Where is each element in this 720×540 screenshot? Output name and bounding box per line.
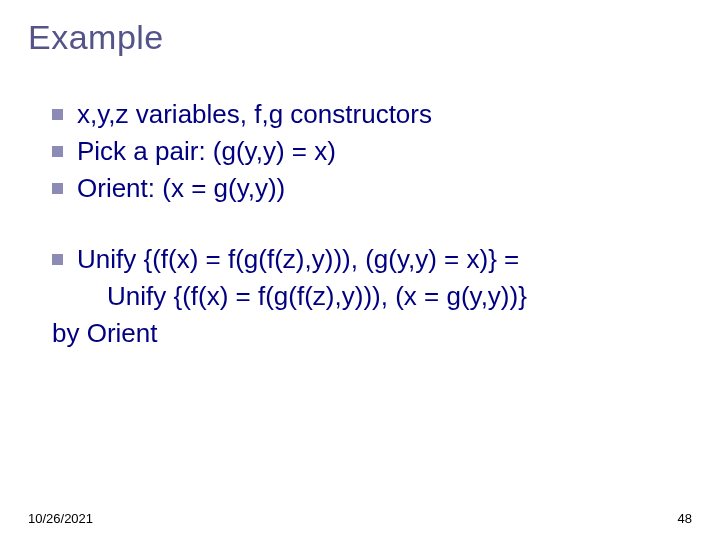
footer-page-number: 48 [678, 511, 692, 526]
list-item: Pick a pair: (g(y,y) = x) [52, 134, 692, 169]
slide-title: Example [28, 18, 692, 57]
bullet-group-2: Unify {(f(x) = f(g(f(z),y))), (g(y,y) = … [52, 242, 692, 314]
footer-date: 10/26/2021 [28, 511, 93, 526]
square-bullet-icon [52, 109, 63, 120]
spacer [28, 208, 692, 242]
square-bullet-icon [52, 146, 63, 157]
list-item: Unify {(f(x) = f(g(f(z),y))), (g(y,y) = … [52, 242, 692, 277]
bullet-text: x,y,z variables, f,g constructors [77, 97, 432, 132]
bullet-text: Unify {(f(x) = f(g(f(z),y))), (g(y,y) = … [77, 242, 519, 277]
bullet-text: Orient: (x = g(y,y)) [77, 171, 285, 206]
list-item: x,y,z variables, f,g constructors [52, 97, 692, 132]
square-bullet-icon [52, 183, 63, 194]
footer: 10/26/2021 48 [28, 511, 692, 526]
bullet-group-1: x,y,z variables, f,g constructors Pick a… [52, 97, 692, 206]
by-line: by Orient [52, 316, 692, 351]
bullet-text: Pick a pair: (g(y,y) = x) [77, 134, 336, 169]
list-item: Orient: (x = g(y,y)) [52, 171, 692, 206]
square-bullet-icon [52, 254, 63, 265]
slide: Example x,y,z variables, f,g constructor… [0, 0, 720, 540]
continuation-line: Unify {(f(x) = f(g(f(z),y))), (x = g(y,y… [107, 279, 692, 314]
